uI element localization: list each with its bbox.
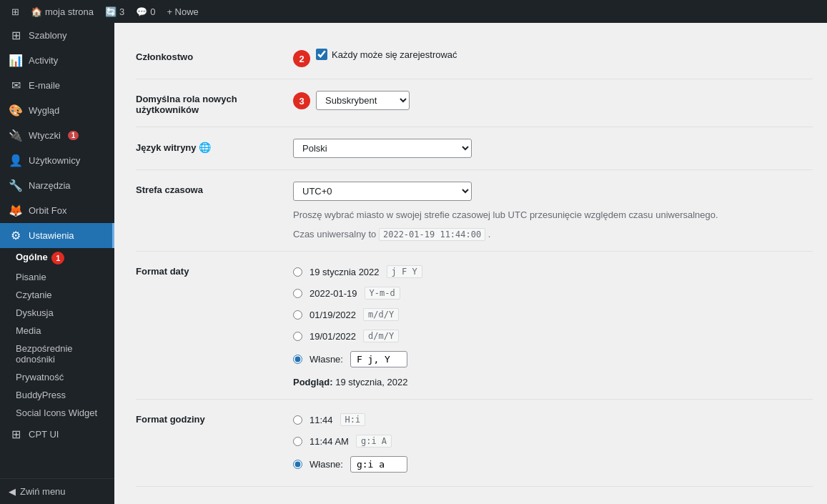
- time-radio-label-2[interactable]: 11:44 AM: [309, 436, 349, 447]
- dyskusja-label: Dyskusja: [16, 307, 54, 318]
- sidebar-sub-item-czytanie[interactable]: Czytanie: [0, 286, 114, 304]
- time-radio-1: 11:44 H:i: [293, 411, 365, 428]
- settings-icon: ⚙: [9, 229, 23, 242]
- site-name: moja strona: [45, 6, 94, 17]
- time-custom-input[interactable]: [350, 456, 407, 473]
- sidebar-item-ustawienia[interactable]: ⚙ Ustawienia: [0, 223, 114, 248]
- date-radio-5: Własne:: [293, 349, 407, 370]
- sidebar-item-emaile[interactable]: ✉ E-maile: [0, 73, 114, 98]
- updates-link[interactable]: 🔄 3: [99, 0, 130, 23]
- sidebar-label-emaile: E-maile: [29, 80, 60, 91]
- ogolne-label: Ogólne 1: [16, 252, 64, 262]
- date-radio-2: 2022-01-19 Y-m-d: [293, 285, 400, 302]
- prywatnosc-label: Prywatność: [16, 372, 64, 382]
- date-format-control: 19 stycznia 2022 j F Y 2022-01-19 Y-m-d …: [293, 263, 813, 387]
- tools-icon: 🔧: [9, 179, 23, 192]
- step2-badge: 2: [293, 50, 310, 67]
- membership-checkbox-label[interactable]: Każdy może się zarejestrować: [332, 49, 457, 60]
- time-radio-label-1[interactable]: 11:44: [309, 415, 333, 425]
- time-code-1: H:i: [340, 413, 366, 426]
- timezone-control: UTC+0 UTC+1 UTC+2 UTC-5 Proszę wybrać mi…: [293, 182, 813, 239]
- date-radio-label-5[interactable]: Własne:: [309, 354, 343, 365]
- sidebar-item-orbitfox[interactable]: 🦊 Orbit Fox: [0, 198, 114, 223]
- sidebar-sub-item-buddypress[interactable]: BuddyPress: [0, 386, 114, 404]
- sidebar-item-szablony[interactable]: ⊞ Szablony: [0, 23, 114, 48]
- site-language-select[interactable]: Polski English Deutsch Français: [293, 139, 472, 158]
- date-radio-input-1[interactable]: [293, 267, 302, 277]
- time-radio-label-3[interactable]: Własne:: [309, 459, 343, 470]
- updates-count: 3: [119, 6, 124, 17]
- time-format-control: 11:44 H:i 11:44 AM g:i A Własne:: [293, 411, 813, 475]
- cptui-icon: ⊞: [9, 428, 23, 441]
- sidebar-label-activity: Activity: [29, 55, 58, 66]
- sidebar-label-narzedzia: Narzędzia: [29, 180, 71, 191]
- sidebar-sub-item-social-icons[interactable]: Social Icons Widget: [0, 404, 114, 422]
- site-name-link[interactable]: 🏠 moja strona: [25, 0, 99, 23]
- collapse-menu-button[interactable]: ◀ Zwiń menu: [0, 478, 114, 504]
- sidebar-item-wyglad[interactable]: 🎨 Wygląd: [0, 98, 114, 123]
- sidebar: ⊞ Szablony 📊 Activity ✉ E-maile 🎨 Wygląd…: [0, 23, 114, 504]
- timezone-value: 2022-01-19 11:44:00: [379, 228, 485, 241]
- date-code-1: j F Y: [387, 265, 422, 278]
- comments-count: 0: [150, 6, 155, 17]
- sidebar-label-wyglad: Wygląd: [29, 105, 59, 116]
- wp-logo-icon: ⊞: [11, 6, 19, 17]
- step3-badge: 3: [293, 92, 310, 109]
- membership-checkbox[interactable]: [316, 49, 327, 60]
- sidebar-sub-item-pisanie[interactable]: Pisanie: [0, 268, 114, 286]
- membership-checkbox-wrap: Każdy może się zarejestrować: [316, 49, 457, 60]
- users-icon: 👤: [9, 154, 23, 167]
- default-role-select[interactable]: Subskrybent Uczestnik Autor Redaktor Adm…: [316, 91, 410, 110]
- sidebar-item-narzedzia[interactable]: 🔧 Narzędzia: [0, 173, 114, 198]
- time-radio-input-2[interactable]: [293, 437, 302, 446]
- sidebar-label-szablony: Szablony: [29, 30, 66, 41]
- language-icon: 🌐: [199, 142, 211, 153]
- date-radio-input-3[interactable]: [293, 310, 302, 320]
- time-code-2: g:i A: [356, 435, 392, 448]
- new-content-link[interactable]: + Nowe: [161, 0, 204, 23]
- date-radio-input-2[interactable]: [293, 289, 302, 298]
- sidebar-label-uzytkownicy: Użytkownicy: [29, 155, 80, 166]
- date-radio-label-3[interactable]: 01/19/2022: [309, 310, 356, 320]
- time-radio-input-1[interactable]: [293, 415, 302, 425]
- date-radio-input-5[interactable]: [293, 355, 302, 364]
- timezone-label: Strefa czasowa: [136, 182, 279, 195]
- timezone-row: Strefa czasowa UTC+0 UTC+1 UTC+2 UTC-5 P…: [136, 170, 813, 252]
- membership-control: 2 Każdy może się zarejestrować: [293, 49, 813, 67]
- sidebar-item-uzytkownicy[interactable]: 👤 Użytkownicy: [0, 148, 114, 173]
- timezone-note: Proszę wybrać miasto w swojej strefie cz…: [293, 209, 718, 220]
- date-format-row: Format daty 19 stycznia 2022 j F Y 2022-…: [136, 252, 813, 400]
- time-radio-input-3[interactable]: [293, 460, 302, 469]
- sidebar-item-cptui[interactable]: ⊞ CPT UI: [0, 422, 114, 447]
- sidebar-label-ustawienia: Ustawienia: [29, 230, 74, 241]
- sidebar-sub-item-ogolne[interactable]: Ogólne 1: [0, 248, 114, 268]
- activity-icon: 📊: [9, 54, 23, 67]
- plugins-badge: 1: [68, 131, 79, 140]
- date-radio-label-2[interactable]: 2022-01-19: [309, 288, 357, 299]
- date-radio-input-4[interactable]: [293, 332, 302, 341]
- media-label: Media: [16, 325, 41, 336]
- sidebar-item-activity[interactable]: 📊 Activity: [0, 48, 114, 73]
- appearance-icon: 🎨: [9, 104, 23, 117]
- collapse-label: Zwiń menu: [20, 486, 66, 497]
- default-role-label: Domyślna rola nowych użytkowników: [136, 91, 279, 115]
- sidebar-sub-item-bezposrednie[interactable]: Bezpośrednie odnośniki: [0, 340, 114, 368]
- sidebar-sub-item-dyskusja[interactable]: Dyskusja: [0, 304, 114, 322]
- sidebar-item-wtyczki[interactable]: 🔌 Wtyczki 1: [0, 123, 114, 148]
- wp-logo-menu[interactable]: ⊞: [6, 0, 25, 23]
- date-radio-label-4[interactable]: 19/01/2022: [309, 331, 356, 342]
- bezposrednie-label: Bezpośrednie odnośniki: [16, 343, 73, 365]
- main-content: Członkostwo 2 Każdy może się zarejestrow…: [114, 23, 827, 504]
- timezone-select[interactable]: UTC+0 UTC+1 UTC+2 UTC-5: [293, 182, 472, 201]
- pisanie-label: Pisanie: [16, 272, 46, 282]
- default-role-control: 3 Subskrybent Uczestnik Autor Redaktor A…: [293, 91, 813, 110]
- comments-icon: 💬: [136, 6, 147, 17]
- sidebar-sub-item-prywatnosc[interactable]: Prywatność: [0, 368, 114, 386]
- time-radio-3: Własne:: [293, 454, 407, 475]
- social-icons-label: Social Icons Widget: [16, 407, 97, 418]
- date-custom-input[interactable]: [350, 351, 407, 367]
- date-radio-label-1[interactable]: 19 stycznia 2022: [309, 267, 380, 277]
- date-preview-label: Podgląd:: [293, 377, 333, 387]
- comments-link[interactable]: 💬 0: [130, 0, 161, 23]
- sidebar-sub-item-media[interactable]: Media: [0, 322, 114, 340]
